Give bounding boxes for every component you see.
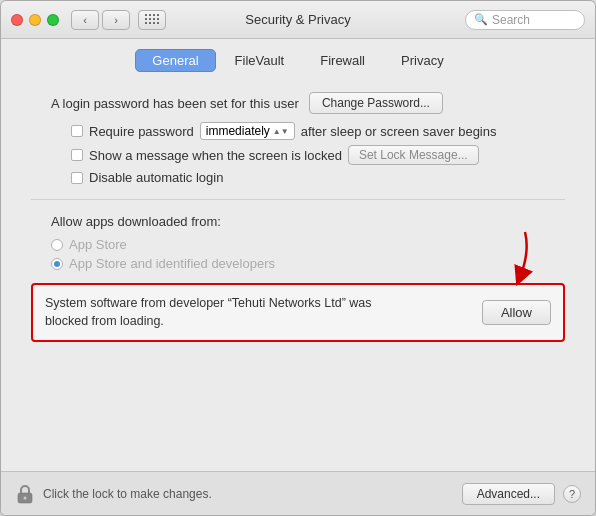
show-message-checkbox[interactable] — [71, 149, 83, 161]
window-title: Security & Privacy — [245, 12, 350, 27]
lock-label: Click the lock to make changes. — [43, 487, 454, 501]
advanced-button[interactable]: Advanced... — [462, 483, 555, 505]
search-box[interactable]: 🔍 Search — [465, 10, 585, 30]
tab-privacy[interactable]: Privacy — [384, 49, 461, 72]
section-divider — [31, 199, 565, 200]
show-message-row: Show a message when the screen is locked… — [71, 145, 565, 165]
set-lock-message-button[interactable]: Set Lock Message... — [348, 145, 479, 165]
radio-app-store-row: App Store — [51, 237, 565, 252]
notification-box: System software from developer “Tehuti N… — [31, 283, 565, 342]
dropdown-value: immediately — [206, 124, 270, 138]
help-button[interactable]: ? — [563, 485, 581, 503]
tab-general[interactable]: General — [135, 49, 215, 72]
notification-container: System software from developer “Tehuti N… — [31, 275, 565, 352]
show-message-label: Show a message when the screen is locked — [89, 148, 342, 163]
minimize-button[interactable] — [29, 14, 41, 26]
allow-apps-heading: Allow apps downloaded from: — [51, 214, 565, 229]
require-password-label: Require password — [89, 124, 194, 139]
tab-filevault[interactable]: FileVault — [218, 49, 302, 72]
notification-text: System software from developer “Tehuti N… — [45, 295, 405, 330]
traffic-lights — [11, 14, 59, 26]
login-password-label: A login password has been set for this u… — [51, 96, 299, 111]
checkbox-section: Require password immediately ▲▼ after sl… — [31, 122, 565, 185]
tabs-bar: General FileVault Firewall Privacy — [1, 39, 595, 80]
close-button[interactable] — [11, 14, 23, 26]
dropdown-arrow-icon: ▲▼ — [273, 127, 289, 136]
radio-app-store-identified-label: App Store and identified developers — [69, 256, 275, 271]
maximize-button[interactable] — [47, 14, 59, 26]
disable-auto-login-checkbox[interactable] — [71, 172, 83, 184]
grid-button[interactable] — [138, 10, 166, 30]
radio-app-store-identified[interactable] — [51, 258, 63, 270]
search-placeholder: Search — [492, 13, 576, 27]
require-password-row: Require password immediately ▲▼ after sl… — [71, 122, 565, 140]
change-password-button[interactable]: Change Password... — [309, 92, 443, 114]
bottom-bar: Click the lock to make changes. Advanced… — [1, 471, 595, 515]
login-password-row: A login password has been set for this u… — [31, 80, 565, 122]
lock-svg — [16, 484, 34, 504]
search-icon: 🔍 — [474, 13, 488, 26]
radio-app-store-identified-row: App Store and identified developers — [51, 256, 565, 271]
require-password-checkbox[interactable] — [71, 125, 83, 137]
radio-app-store-label: App Store — [69, 237, 127, 252]
tab-firewall[interactable]: Firewall — [303, 49, 382, 72]
lock-icon[interactable] — [15, 484, 35, 504]
immediately-dropdown[interactable]: immediately ▲▼ — [200, 122, 295, 140]
forward-button[interactable]: › — [102, 10, 130, 30]
forward-icon: › — [114, 14, 118, 26]
titlebar: ‹ › Security & Privacy 🔍 Search — [1, 1, 595, 39]
main-window: ‹ › Security & Privacy 🔍 Search General … — [0, 0, 596, 516]
allow-button[interactable]: Allow — [482, 300, 551, 325]
disable-auto-login-row: Disable automatic login — [71, 170, 565, 185]
radio-app-store[interactable] — [51, 239, 63, 251]
content-area: A login password has been set for this u… — [1, 80, 595, 471]
back-icon: ‹ — [83, 14, 87, 26]
disable-auto-login-label: Disable automatic login — [89, 170, 223, 185]
nav-buttons: ‹ › — [71, 10, 130, 30]
require-password-suffix: after sleep or screen saver begins — [301, 124, 497, 139]
allow-apps-section: Allow apps downloaded from: App Store Ap… — [31, 214, 565, 275]
svg-point-1 — [24, 496, 27, 499]
grid-icon — [145, 14, 160, 25]
back-button[interactable]: ‹ — [71, 10, 99, 30]
